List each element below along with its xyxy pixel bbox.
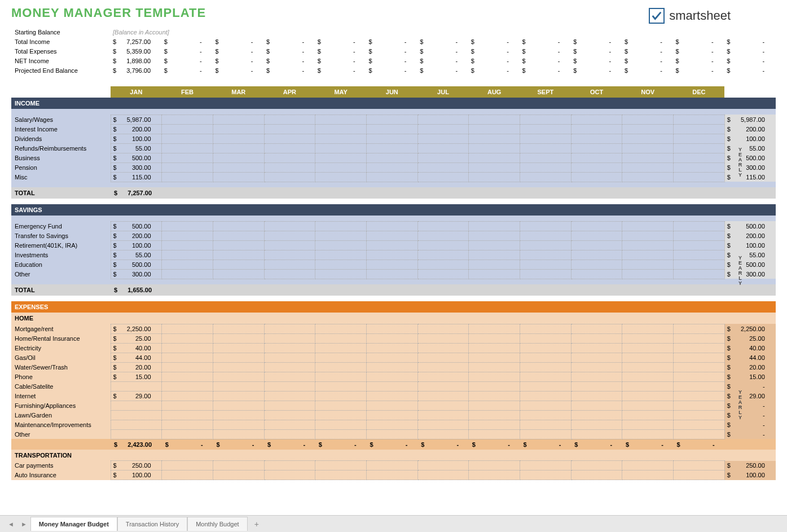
data-cell[interactable] — [520, 231, 571, 240]
data-cell[interactable] — [571, 153, 622, 162]
data-cell[interactable] — [571, 420, 622, 429]
data-cell[interactable] — [162, 362, 213, 372]
data-cell[interactable] — [417, 391, 469, 401]
data-cell[interactable] — [315, 471, 367, 480]
data-cell[interactable] — [162, 429, 213, 439]
data-cell[interactable] — [264, 391, 315, 401]
data-cell[interactable] — [162, 372, 213, 381]
data-cell[interactable] — [520, 240, 571, 250]
data-cell[interactable] — [571, 381, 622, 391]
data-cell[interactable] — [264, 143, 315, 153]
data-cell[interactable] — [315, 172, 367, 182]
data-cell[interactable] — [622, 124, 674, 134]
data-cell[interactable] — [264, 221, 315, 231]
data-cell[interactable] — [213, 391, 264, 401]
data-cell[interactable] — [520, 391, 571, 401]
data-cell[interactable] — [315, 401, 367, 410]
data-cell[interactable] — [264, 324, 315, 333]
data-cell[interactable] — [571, 333, 622, 343]
data-cell[interactable]: $200.00 — [111, 231, 162, 240]
data-cell[interactable] — [674, 115, 725, 124]
data-cell[interactable] — [111, 410, 162, 420]
data-cell[interactable] — [366, 353, 417, 362]
data-cell[interactable] — [520, 134, 571, 143]
data-cell[interactable] — [469, 420, 520, 429]
data-cell[interactable] — [264, 362, 315, 372]
data-cell[interactable] — [213, 401, 264, 410]
data-cell[interactable] — [315, 124, 367, 134]
data-cell[interactable] — [469, 401, 520, 410]
data-cell[interactable] — [213, 353, 264, 362]
data-cell[interactable] — [366, 250, 417, 260]
data-cell[interactable] — [469, 372, 520, 381]
data-cell[interactable] — [315, 231, 367, 240]
data-cell[interactable] — [162, 260, 213, 269]
data-cell[interactable] — [417, 381, 469, 391]
data-cell[interactable] — [162, 153, 213, 162]
data-cell[interactable] — [520, 343, 571, 353]
data-cell[interactable] — [520, 372, 571, 381]
data-cell[interactable] — [674, 461, 725, 471]
data-cell[interactable] — [315, 461, 367, 471]
data-cell[interactable] — [571, 240, 622, 250]
data-cell[interactable] — [213, 461, 264, 471]
data-cell[interactable] — [264, 372, 315, 381]
data-cell[interactable] — [469, 410, 520, 420]
data-cell[interactable]: $5,987.00 — [111, 115, 162, 124]
data-cell[interactable] — [622, 372, 674, 381]
data-cell[interactable] — [674, 381, 725, 391]
data-cell[interactable] — [366, 172, 417, 182]
data-cell[interactable] — [315, 162, 367, 172]
data-cell[interactable] — [417, 343, 469, 353]
data-cell[interactable] — [622, 162, 674, 172]
data-cell[interactable] — [315, 260, 367, 269]
data-cell[interactable] — [213, 260, 264, 269]
data-cell[interactable] — [417, 333, 469, 343]
data-cell[interactable] — [622, 401, 674, 410]
data-cell[interactable] — [622, 172, 674, 182]
data-cell[interactable] — [366, 372, 417, 381]
data-cell[interactable] — [469, 381, 520, 391]
data-cell[interactable] — [520, 162, 571, 172]
data-cell[interactable] — [417, 471, 469, 480]
data-cell[interactable] — [213, 343, 264, 353]
data-cell[interactable] — [315, 381, 367, 391]
data-cell[interactable] — [366, 134, 417, 143]
data-cell[interactable]: $29.00 — [111, 391, 162, 401]
data-cell[interactable] — [469, 115, 520, 124]
data-cell[interactable] — [520, 153, 571, 162]
data-cell[interactable] — [417, 240, 469, 250]
data-cell[interactable] — [571, 401, 622, 410]
data-cell[interactable] — [520, 471, 571, 480]
data-cell[interactable]: $500.00 — [111, 260, 162, 269]
data-cell[interactable] — [213, 429, 264, 439]
data-cell[interactable] — [571, 324, 622, 333]
data-cell[interactable] — [571, 461, 622, 471]
data-cell[interactable] — [315, 134, 367, 143]
data-cell[interactable]: $40.00 — [111, 343, 162, 353]
data-cell[interactable] — [315, 143, 367, 153]
data-cell[interactable] — [264, 401, 315, 410]
data-cell[interactable] — [622, 429, 674, 439]
data-cell[interactable] — [366, 381, 417, 391]
data-cell[interactable] — [162, 401, 213, 410]
data-cell[interactable] — [520, 269, 571, 279]
data-cell[interactable]: $2,250.00 — [111, 324, 162, 333]
data-cell[interactable] — [264, 240, 315, 250]
data-cell[interactable] — [366, 391, 417, 401]
data-cell[interactable] — [264, 260, 315, 269]
data-cell[interactable] — [417, 162, 469, 172]
data-cell[interactable] — [264, 231, 315, 240]
data-cell[interactable] — [674, 401, 725, 410]
data-cell[interactable] — [622, 134, 674, 143]
data-cell[interactable] — [366, 461, 417, 471]
data-cell[interactable] — [469, 461, 520, 471]
data-cell[interactable] — [622, 353, 674, 362]
data-cell[interactable] — [213, 381, 264, 391]
data-cell[interactable] — [213, 324, 264, 333]
data-cell[interactable] — [315, 391, 367, 401]
data-cell[interactable] — [674, 269, 725, 279]
data-cell[interactable] — [469, 353, 520, 362]
data-cell[interactable]: $250.00 — [111, 461, 162, 471]
data-cell[interactable] — [571, 143, 622, 153]
